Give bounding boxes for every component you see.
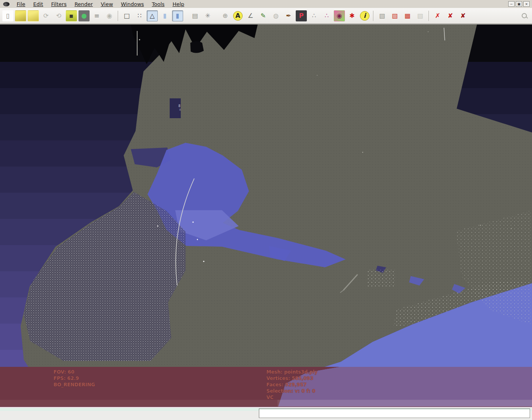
select-all-faces-icon[interactable]: ▩ [402,10,413,21]
hud-selection: Selection: v: 0 f: 0 [266,388,316,394]
scene-canvas[interactable]: 8 8 [0,25,532,407]
arc3d-icon[interactable]: ◉ [334,10,345,21]
hud-mode: BO_RENDERING [54,382,95,388]
toolbar-separator [373,11,374,21]
save-icon[interactable]: ▪ [66,10,77,21]
z-painting-icon[interactable]: P [296,10,307,21]
delete-selected-vertices-icon[interactable]: ✗ [432,10,443,21]
status-input[interactable] [259,408,530,418]
align-color-icon[interactable]: ∴ [321,10,332,21]
layers-icon[interactable]: ≡ [91,10,102,21]
export-icon[interactable]: ◉ [104,10,115,21]
info-icon[interactable]: i [360,11,369,21]
toolbar-separator [429,11,429,21]
menu-file[interactable]: File [13,0,29,8]
app-logo-icon [3,2,10,6]
gl-viewport[interactable]: 8 8 [0,24,532,407]
hud-fov: FOV: 60 [54,369,75,375]
toolbar-separator [118,11,119,21]
menu-windows[interactable]: Windows [117,0,148,8]
statusbar [0,407,532,420]
bbox-render-icon[interactable]: □ [121,10,132,21]
picked-point-marker: 8 8 [170,98,181,118]
snapshot-icon[interactable]: ● [78,10,90,21]
menubar: FileEditFiltersRenderViewWindowsToolsHel… [0,0,532,8]
mini-filter-icon[interactable]: ✱ [346,10,358,21]
delete-selection-icon[interactable]: ✘ [457,10,469,21]
toolbar: ▯⟳⟲▪●≡◉□∷△▮▮▤✳⊕A∠✎◍✒P∴∴◉✱i▧▧▩▧✗✘✘ [0,8,532,24]
paint-brush-icon[interactable]: ✒ [283,10,294,21]
lamp-icon[interactable]: ◍ [270,10,281,21]
hud-vc: VC [266,395,274,400]
align-icon[interactable]: ∴ [308,10,320,21]
decorators-icon[interactable]: ✳ [202,10,213,21]
window-controls: −▣× [508,1,530,7]
open-mesh-icon[interactable] [28,10,39,21]
maximize-button[interactable]: ▣ [516,1,522,7]
reload-small-icon[interactable]: ⟲ [53,10,64,21]
close-button[interactable]: × [523,1,530,7]
menu-list: FileEditFiltersRenderViewWindowsToolsHel… [13,0,188,8]
menu-filters[interactable]: Filters [47,0,71,8]
select-faces-icon[interactable]: ▧ [389,10,400,21]
ortho-view-icon[interactable]: ⊕ [220,10,231,21]
pick-points-icon[interactable]: ✎ [258,10,269,21]
measure-tool-icon[interactable]: ∠ [245,10,256,21]
smooth-render-icon[interactable]: ▮ [172,10,183,21]
toolbar-gap [184,15,189,16]
hud-mesh-name: Mesh: points3d.ply [266,369,318,375]
menu-tools[interactable]: Tools [148,0,168,8]
wireframe-render-icon[interactable]: △ [147,10,158,21]
menu-view[interactable]: View [97,0,117,8]
menu-render[interactable]: Render [71,0,97,8]
search-icon[interactable] [519,10,530,21]
show-labels-icon[interactable]: A [233,11,243,21]
toolbar-gap [214,15,219,16]
hud-vertices: Vertices: 585,093 [266,376,314,381]
svg-text:8: 8 [179,108,181,111]
meshlab-window: FileEditFiltersRenderViewWindowsToolsHel… [0,0,532,420]
select-vertices-icon[interactable]: ▧ [377,10,388,21]
flat-render-icon[interactable]: ▮ [159,10,170,21]
hud-fps: FPS: 62.9 [54,376,79,381]
svg-text:8: 8 [178,104,180,108]
hud-faces: Faces: 929,957 [266,382,307,387]
open-project-icon[interactable] [15,10,26,21]
menu-help[interactable]: Help [168,0,188,8]
new-document-icon[interactable]: ▯ [2,10,13,21]
menu-edit[interactable]: Edit [29,0,47,8]
deselect-icon[interactable]: ▧ [415,10,426,21]
delete-selected-faces-icon[interactable]: ✘ [445,10,456,21]
points-render-icon[interactable]: ∷ [134,10,145,21]
search-lens-glyph [522,13,527,18]
minimize-button[interactable]: − [508,1,515,7]
reload-icon[interactable]: ⟳ [40,10,52,21]
texture-render-icon[interactable]: ▤ [189,10,201,21]
